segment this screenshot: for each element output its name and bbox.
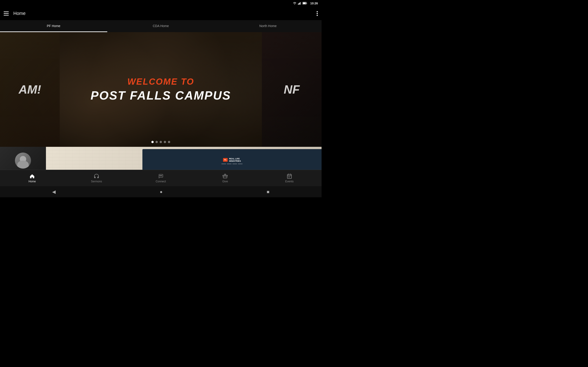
nav-item-give[interactable]: Give [193, 170, 257, 186]
card-logo-area: RL REAL LIFEMINISTRIES [223, 158, 241, 162]
dot-3[interactable] [160, 141, 162, 143]
nav-item-sermons[interactable]: Sermons [64, 170, 129, 186]
give-icon [222, 173, 228, 179]
home-button[interactable]: ● [158, 187, 164, 196]
nav-item-home[interactable]: Home [0, 170, 64, 186]
svg-rect-17 [288, 177, 289, 177]
bottom-nav: Home Sermons Connect [0, 170, 321, 186]
svg-point-13 [160, 175, 161, 176]
back-button[interactable]: ◀ [50, 187, 57, 196]
nav-label-sermons: Sermons [91, 180, 102, 183]
card-nav-dot-4 [238, 164, 242, 164]
svg-rect-6 [303, 2, 306, 4]
recents-button[interactable]: ■ [265, 187, 271, 196]
dot-4[interactable] [164, 141, 166, 143]
svg-rect-8 [4, 13, 9, 14]
hero-side-right: NF [262, 32, 321, 147]
tab-cda-home[interactable]: CDA Home [107, 20, 215, 32]
signal-icon [298, 2, 301, 5]
svg-rect-18 [289, 177, 290, 177]
nav-item-events[interactable]: Events [257, 170, 321, 186]
card-nav-dot-1 [221, 164, 226, 164]
hero-welcome-text: WELCOME TO [90, 77, 231, 87]
dot-1[interactable] [151, 141, 154, 143]
card-nav-dot-2 [227, 164, 232, 164]
hero-left-text: AM! [19, 83, 41, 96]
card-nav-dot-3 [233, 164, 237, 164]
app-title: Home [13, 11, 317, 16]
card-nav-dots [221, 164, 242, 164]
card-logo-box: RL [223, 158, 228, 162]
status-time: 10:26 [310, 2, 318, 5]
svg-rect-9 [4, 15, 9, 16]
nav-item-connect[interactable]: Connect [129, 170, 193, 186]
tab-north-home[interactable]: North Home [214, 20, 321, 32]
svg-point-15 [161, 175, 162, 176]
slide-indicators [151, 141, 170, 143]
home-icon [29, 173, 35, 179]
hero-campus-text: POST FALLS CAMPUS [90, 89, 231, 102]
hamburger-icon[interactable] [4, 10, 9, 16]
wifi-icon [293, 2, 296, 5]
chat-icon [158, 173, 164, 179]
svg-rect-1 [299, 3, 300, 5]
svg-point-10 [317, 11, 318, 12]
system-nav: ◀ ● ■ [0, 186, 321, 197]
svg-rect-3 [301, 2, 301, 5]
svg-point-14 [159, 175, 160, 176]
calendar-icon [287, 173, 292, 179]
church-card-inner: RL REAL LIFEMINISTRIES [142, 149, 321, 173]
svg-rect-2 [300, 2, 300, 5]
hero-right-text: NF [284, 83, 300, 96]
dot-2[interactable] [156, 141, 158, 143]
nav-label-give: Give [222, 180, 228, 183]
svg-rect-16 [287, 174, 292, 178]
svg-point-11 [317, 13, 318, 14]
nav-label-home: Home [28, 180, 36, 183]
status-bar: 10:26 [0, 0, 321, 6]
headphones-icon [94, 173, 99, 179]
svg-rect-7 [4, 11, 9, 12]
svg-rect-0 [298, 4, 299, 5]
hero-area: AM! NF WELCOME TO POST FALLS CAMPUS [0, 32, 321, 147]
battery-icon [303, 2, 307, 5]
svg-rect-5 [306, 3, 307, 4]
app-bar: Home [0, 6, 321, 20]
hero-side-left: AM! [0, 32, 60, 147]
hero-text-container: WELCOME TO POST FALLS CAMPUS [90, 77, 231, 102]
card-logo-text: REAL LIFEMINISTRIES [229, 158, 241, 162]
dot-5[interactable] [168, 141, 170, 143]
person-avatar [15, 152, 31, 169]
tab-bar: PF Home CDA Home North Home [0, 20, 321, 32]
nav-label-events: Events [285, 180, 294, 183]
nav-label-connect: Connect [156, 180, 166, 183]
tab-pf-home[interactable]: PF Home [0, 20, 107, 32]
more-vertical-icon[interactable] [317, 10, 318, 16]
svg-point-12 [317, 15, 318, 16]
